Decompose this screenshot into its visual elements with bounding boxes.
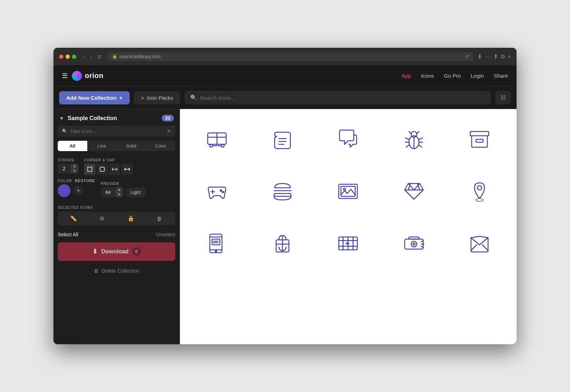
svg-rect-30: [470, 131, 489, 136]
maximize-button[interactable]: [72, 55, 76, 59]
search-bar: 🔍: [185, 91, 491, 104]
collection-chevron[interactable]: ▼: [59, 115, 64, 121]
stroke-up-button[interactable]: ▲: [71, 164, 78, 169]
add-collection-button[interactable]: Add New Collection +: [59, 91, 130, 104]
svg-line-21: [409, 131, 411, 134]
icon-cell-diamond[interactable]: [384, 168, 444, 215]
link-button[interactable]: ⛓: [495, 91, 511, 104]
tab-color[interactable]: Color: [146, 141, 176, 151]
icon-cell-bus[interactable]: [187, 116, 247, 163]
pocket-icon[interactable]: ⬇: [477, 53, 482, 60]
delete-collection-button[interactable]: 🗑 Delete Collection: [58, 264, 175, 277]
cap-flat-button[interactable]: [109, 164, 120, 175]
download-button[interactable]: ⬇ Download 0: [58, 242, 175, 261]
svg-point-35: [222, 191, 224, 193]
browser-chrome: ‹ › ⊟ 🔒 orioniconlibrary.com ↺ ⬇ ⋯ ⬆ ⧉ +: [53, 48, 517, 65]
icon-cell-archive[interactable]: [450, 116, 509, 163]
svg-point-51: [215, 251, 217, 252]
preview-mode-button[interactable]: Light: [126, 187, 146, 197]
download-count: 0: [132, 247, 141, 256]
color-add-button[interactable]: +: [73, 186, 83, 196]
stroke-input[interactable]: [58, 164, 71, 174]
tab-line[interactable]: Line: [87, 141, 117, 151]
forward-button[interactable]: ›: [88, 53, 94, 60]
nav-icons[interactable]: Icons: [421, 73, 434, 79]
stroke-label: STROKE: [58, 158, 78, 162]
color-label-row: COLOR RESTORE: [58, 179, 95, 183]
stroke-down-button[interactable]: ▼: [71, 169, 78, 174]
icon-cell-mobile-chat[interactable]: [187, 220, 247, 267]
minimize-button[interactable]: [66, 55, 70, 59]
lock-icon: 🔒: [112, 54, 117, 59]
tab-solid[interactable]: Solid: [116, 141, 146, 151]
back-button[interactable]: ‹: [81, 53, 87, 60]
nav-share[interactable]: Share: [494, 73, 508, 79]
icon-cell-email[interactable]: [450, 220, 509, 267]
icons-grid: [180, 109, 517, 344]
preview-up-button[interactable]: ▲: [116, 187, 123, 192]
download-icon: ⬇: [92, 248, 98, 256]
select-all-button[interactable]: Select All: [58, 232, 78, 237]
svg-point-46: [477, 186, 482, 190]
nav-app[interactable]: App: [401, 73, 411, 79]
hamburger-button[interactable]: ☰: [62, 72, 68, 80]
link-icon: ⛓: [500, 94, 506, 100]
collection-header: ▼ Sample Collection 20: [53, 109, 180, 126]
icon-cell-location[interactable]: [450, 168, 509, 215]
selected-icons-tools: ✏️ ⧉ 🔒 🗑: [58, 212, 175, 225]
svg-rect-1: [100, 167, 104, 171]
filter-clear-button[interactable]: ✕: [167, 128, 171, 134]
color-section: COLOR RESTORE +: [58, 179, 95, 197]
icon-packs-button[interactable]: > Icon Packs: [134, 91, 180, 104]
icon-cell-chat[interactable]: [318, 116, 378, 163]
icon-cell-projector[interactable]: [384, 220, 444, 267]
app-header: ☰ orion App Icons Go Pro Login Share: [53, 65, 517, 87]
sidebar: ▼ Sample Collection 20 🔍 ✕ All Line Soli…: [53, 109, 180, 344]
color-swatch[interactable]: [58, 184, 71, 197]
filter-input-wrap: 🔍 ✕: [58, 126, 175, 136]
lock-icon-button[interactable]: 🔒: [117, 214, 145, 223]
search-input[interactable]: [200, 95, 485, 101]
nav-gopro[interactable]: Go Pro: [444, 73, 461, 79]
extensions-icon[interactable]: ⋯: [485, 53, 491, 60]
preview-input[interactable]: [101, 187, 116, 197]
delete-icon-button[interactable]: 🗑: [146, 214, 173, 223]
collection-badge: 20: [162, 115, 174, 122]
share-icon[interactable]: ⬆: [493, 53, 498, 60]
restore-button[interactable]: RESTORE: [75, 179, 95, 183]
cap-round-corner-button[interactable]: [97, 164, 108, 175]
preview-down-button[interactable]: ▼: [116, 192, 123, 197]
svg-point-20: [411, 131, 417, 137]
nav-login[interactable]: Login: [471, 73, 484, 79]
search-icon: 🔍: [190, 94, 197, 101]
edit-icon-button[interactable]: ✏️: [60, 214, 87, 223]
svg-line-22: [417, 131, 419, 134]
icon-cell-scroll[interactable]: [253, 116, 312, 163]
nav-buttons: ‹ › ⊟: [81, 53, 104, 60]
new-tab-icon[interactable]: +: [508, 53, 511, 60]
color-row: COLOR RESTORE + PREVIEW: [58, 179, 175, 197]
icon-cell-photo[interactable]: [318, 168, 378, 215]
address-bar[interactable]: 🔒 orioniconlibrary.com ↺: [108, 52, 473, 61]
tab-all[interactable]: All: [58, 141, 87, 151]
close-button[interactable]: [59, 55, 63, 59]
icon-cell-shopping-bag[interactable]: [253, 220, 312, 267]
cap-round-button[interactable]: [121, 164, 133, 175]
icon-cell-gamepad[interactable]: [187, 168, 247, 215]
unselect-button[interactable]: Unselect: [156, 232, 175, 237]
tab-layout-button[interactable]: ⊟: [95, 53, 104, 60]
tabs-icon[interactable]: ⧉: [501, 53, 505, 60]
preview-label: PREVIEW: [101, 182, 146, 186]
trash-icon: 🗑: [94, 268, 99, 274]
icon-cell-burger[interactable]: [253, 168, 312, 215]
cap-square-button[interactable]: [84, 164, 95, 175]
icon-cell-bug[interactable]: [384, 116, 444, 163]
preview-section: PREVIEW ▲ ▼ Light: [101, 182, 146, 197]
svg-rect-0: [88, 167, 92, 171]
copy-icon-button[interactable]: ⧉: [89, 214, 116, 223]
preview-input-wrap: ▲ ▼: [101, 187, 123, 197]
icon-cell-video[interactable]: [318, 220, 378, 267]
filter-input[interactable]: [70, 129, 164, 134]
reload-icon[interactable]: ↺: [465, 54, 469, 59]
add-collection-label: Add New Collection: [66, 95, 116, 101]
